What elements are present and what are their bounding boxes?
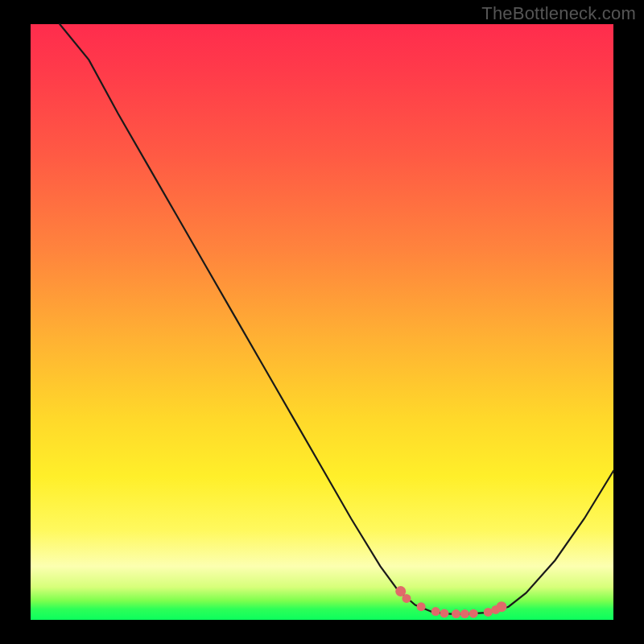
optimal-marker — [402, 594, 411, 603]
optimal-marker — [417, 602, 426, 611]
plot-area — [31, 24, 613, 620]
optimal-marker — [484, 608, 493, 617]
watermark-text: TheBottleneck.com — [481, 3, 636, 24]
bottleneck-curve — [60, 24, 613, 614]
chart-frame: TheBottleneck.com — [0, 0, 644, 644]
optimal-marker — [452, 609, 460, 618]
optimal-marker — [431, 607, 440, 616]
optimal-marker — [469, 609, 478, 618]
optimal-marker — [497, 601, 507, 612]
curve-layer — [31, 24, 613, 620]
optimal-marker — [460, 609, 469, 618]
optimal-marker — [440, 609, 449, 617]
